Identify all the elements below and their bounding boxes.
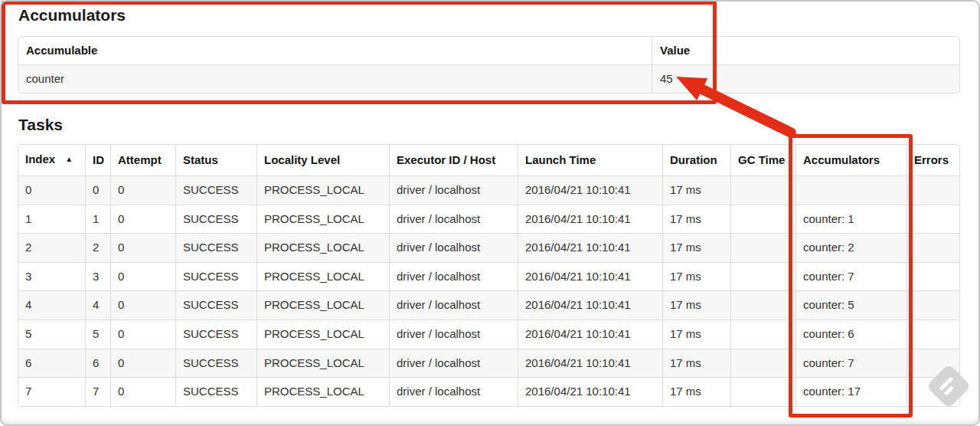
table-cell: SUCCESS [175, 175, 256, 205]
table-cell: 2016/04/21 10:10:41 [518, 205, 662, 234]
column-header-id[interactable]: ID [85, 145, 110, 175]
table-cell: driver / localhost [389, 262, 518, 291]
table-cell: 2016/04/21 10:10:41 [518, 175, 662, 205]
table-cell: SUCCESS [175, 349, 256, 378]
table-cell: PROCESS_LOCAL [256, 233, 389, 262]
table-cell: 17 ms [662, 349, 730, 378]
table-cell: driver / localhost [389, 377, 518, 406]
table-cell: 0 [110, 175, 175, 205]
table-cell [730, 290, 795, 320]
table-cell: PROCESS_LOCAL [256, 349, 389, 378]
table-cell: 2016/04/21 10:10:41 [518, 233, 662, 262]
table-cell: PROCESS_LOCAL [256, 205, 389, 234]
table-cell: 7 [85, 377, 110, 406]
table-cell: 6 [18, 349, 85, 378]
column-header-executor-id-host[interactable]: Executor ID / Host [389, 145, 518, 175]
table-cell: 3 [18, 262, 85, 291]
table-cell: 17 ms [662, 175, 730, 205]
table-cell: 0 [110, 262, 175, 291]
table-cell: 6 [85, 349, 110, 378]
sort-ascending-icon: ▲ [65, 155, 73, 163]
table-cell: SUCCESS [175, 377, 256, 406]
table-cell: SUCCESS [175, 233, 256, 262]
table-cell: PROCESS_LOCAL [256, 377, 389, 406]
table-cell: 0 [110, 290, 175, 320]
table-cell: 3 [85, 262, 110, 291]
table-cell: 4 [18, 290, 85, 320]
tasks-section-heading: Tasks [18, 115, 63, 135]
table-cell: 0 [110, 377, 175, 406]
column-header-launch-time[interactable]: Launch Time [518, 145, 662, 175]
table-cell: driver / localhost [389, 349, 518, 378]
table-cell: 0 [110, 233, 175, 262]
table-cell: driver / localhost [389, 320, 518, 349]
table-cell: 1 [85, 205, 110, 234]
table-cell [906, 262, 959, 291]
table-cell: 17 ms [662, 262, 730, 291]
table-cell: 17 ms [662, 290, 730, 320]
column-header-status[interactable]: Status [175, 145, 256, 175]
table-cell [730, 262, 795, 291]
table-cell [906, 290, 959, 320]
column-header-duration[interactable]: Duration [662, 145, 730, 175]
table-cell [730, 205, 795, 234]
table-cell: SUCCESS [175, 262, 256, 291]
annotation-arrow [651, 65, 800, 142]
table-cell: PROCESS_LOCAL [256, 175, 389, 205]
table-cell [906, 205, 959, 234]
highlight-box-accumulators-column [789, 134, 913, 418]
table-cell: 5 [18, 320, 85, 349]
table-cell: 0 [110, 320, 175, 349]
table-cell: 2016/04/21 10:10:41 [518, 290, 662, 320]
table-cell: 5 [85, 320, 110, 349]
column-header-index[interactable]: Index▲ [18, 145, 85, 175]
table-cell: 0 [110, 205, 175, 234]
table-cell: 7 [18, 377, 85, 406]
table-cell: driver / localhost [389, 233, 518, 262]
highlight-box-accumulators-section [2, 1, 717, 104]
table-cell: 1 [18, 205, 85, 234]
column-header-attempt[interactable]: Attempt [110, 145, 175, 175]
table-cell: PROCESS_LOCAL [256, 290, 389, 320]
table-cell: driver / localhost [389, 205, 518, 234]
table-cell: 4 [85, 290, 110, 320]
table-cell [906, 175, 959, 205]
table-cell: driver / localhost [389, 175, 518, 205]
table-cell [730, 377, 795, 406]
table-cell: 0 [110, 349, 175, 378]
table-cell [730, 233, 795, 262]
table-cell [730, 320, 795, 349]
table-cell [906, 233, 959, 262]
column-header-index-label: Index [25, 152, 55, 165]
annotation-arrow-shaft [701, 89, 791, 133]
table-cell [730, 349, 795, 378]
column-header-locality-level[interactable]: Locality Level [256, 145, 389, 175]
column-header-gc-time[interactable]: GC Time [730, 145, 795, 175]
table-cell: 2 [18, 233, 85, 262]
column-header-errors[interactable]: Errors [906, 145, 959, 175]
table-cell: 2016/04/21 10:10:41 [518, 349, 662, 378]
table-cell: PROCESS_LOCAL [256, 262, 389, 291]
table-cell: 2016/04/21 10:10:41 [518, 377, 662, 406]
table-cell: 2016/04/21 10:10:41 [518, 320, 662, 349]
table-cell [906, 320, 959, 349]
table-cell: 0 [85, 175, 110, 205]
table-cell: 17 ms [662, 320, 730, 349]
table-cell [730, 175, 795, 205]
table-cell: 2016/04/21 10:10:41 [518, 262, 662, 291]
table-cell: SUCCESS [175, 290, 256, 320]
table-cell: 0 [18, 175, 85, 205]
table-cell: 17 ms [662, 233, 730, 262]
table-cell: PROCESS_LOCAL [256, 320, 389, 349]
table-cell: 17 ms [662, 205, 730, 234]
table-cell: SUCCESS [175, 205, 256, 234]
table-cell: SUCCESS [175, 320, 256, 349]
table-cell: 17 ms [662, 377, 730, 406]
spark-stage-page: Accumulators Accumulable Value counter45… [0, 0, 980, 426]
table-cell: 2 [85, 233, 110, 262]
table-cell: driver / localhost [389, 290, 518, 320]
